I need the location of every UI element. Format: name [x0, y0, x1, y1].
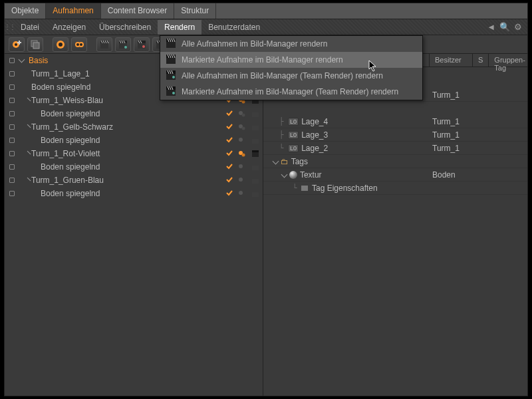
gears-icon[interactable]: [237, 162, 247, 172]
table-row[interactable]: └ Tag Eigenschaften: [263, 182, 527, 195]
expand-icon[interactable]: [281, 172, 287, 178]
table-row[interactable]: ├ L0Lage_3 Turm_1: [263, 128, 527, 142]
dd-render-marked-team[interactable]: Markierte Aufnahme im Bild-Manager (Team…: [160, 84, 422, 100]
tree-row-rot-violett[interactable]: Turm_1_Rot-Violett: [5, 147, 263, 160]
tree-label: Boden spiegelnd: [38, 189, 102, 198]
settings-icon[interactable]: ⚙: [514, 22, 522, 32]
check-icon: [225, 136, 233, 146]
tree-row-boden-5[interactable]: Boden spiegelnd: [5, 187, 263, 200]
dd-label: Alle Aufnahmen im Bild-Manager (Team Ren…: [182, 71, 383, 80]
toggle-icon[interactable]: [9, 84, 15, 90]
tab-objekte[interactable]: Objekte: [5, 3, 46, 19]
tool-overlay-icon[interactable]: [27, 37, 43, 52]
toggle-icon[interactable]: [9, 178, 15, 183]
header-s[interactable]: S: [473, 54, 489, 66]
svg-rect-44: [166, 42, 176, 48]
tree-row-gelb-schwarz[interactable]: Turm_1_Gelb-Schwarz: [5, 120, 263, 134]
svg-rect-31: [252, 126, 259, 130]
clapper-icon: [166, 86, 176, 98]
gears-icon[interactable]: [237, 189, 247, 198]
svg-point-27: [242, 114, 245, 117]
tab-aufnahmen[interactable]: Aufnahmen: [46, 3, 100, 19]
svg-point-30: [242, 127, 245, 130]
toggle-icon[interactable]: [9, 151, 15, 156]
svg-rect-41: [252, 179, 259, 184]
tool-link-icon[interactable]: [71, 37, 87, 52]
expand-icon[interactable]: [272, 158, 279, 165]
layer-icon: L0: [288, 131, 299, 139]
tool-record-icon[interactable]: [53, 37, 68, 52]
tab-content-browser[interactable]: Content Browser: [101, 3, 174, 19]
menu-ueberschreiben[interactable]: Überschreiben: [92, 20, 158, 35]
tree-row-boden-2[interactable]: Boden spiegelnd: [5, 107, 263, 120]
gears-icon[interactable]: [237, 109, 247, 118]
svg-point-35: [242, 154, 245, 157]
header-owner[interactable]: Besitzer: [430, 54, 473, 66]
gears-icon[interactable]: [237, 122, 247, 132]
table-row[interactable]: Textur Boden: [263, 168, 527, 182]
toggle-icon[interactable]: [9, 71, 15, 76]
rendern-dropdown: Alle Aufnahmen im Bild-Manager rendern M…: [160, 35, 423, 100]
cell-label: Lage_2: [301, 144, 328, 153]
toggle-icon[interactable]: [9, 58, 15, 63]
cell-label: Textur: [300, 170, 322, 180]
tool-new-take-icon[interactable]: [9, 37, 25, 52]
gears-icon[interactable]: [237, 136, 247, 145]
tree-row-gruen-blau[interactable]: Turm_1_Gruen-Blau: [5, 174, 263, 187]
gears-icon[interactable]: [237, 149, 247, 158]
clapper-icon: [166, 54, 176, 66]
nav-left-icon[interactable]: ◄: [487, 22, 495, 32]
dd-label: Markierte Aufnahme im Bild-Manager (Team…: [182, 87, 398, 96]
dd-render-all[interactable]: Alle Aufnahmen im Bild-Manager rendern: [160, 36, 422, 52]
table-row[interactable]: └ L0Lage_2 Turm_1: [263, 142, 527, 155]
owner-cell: Turm_1: [430, 90, 473, 100]
search-icon[interactable]: 🔍: [499, 22, 510, 32]
toggle-icon[interactable]: [9, 191, 15, 196]
svg-rect-5: [33, 43, 39, 49]
tree-label: Turm_1_Rot-Violett: [29, 149, 102, 158]
tree-label: Turm_1_Weiss-Blau: [29, 96, 106, 105]
clapper-mini-icon[interactable]: [251, 162, 260, 172]
toggle-icon[interactable]: [9, 111, 15, 116]
menu-benutzerdaten[interactable]: Benutzerdaten: [201, 20, 267, 35]
clapper-mini-icon[interactable]: [251, 149, 260, 158]
tab-struktur[interactable]: Struktur: [174, 3, 216, 19]
top-tabs: Objekte Aufnahmen Content Browser Strukt…: [5, 3, 527, 19]
menu-anzeigen[interactable]: Anzeigen: [46, 20, 92, 35]
table-row[interactable]: 🗀Tags: [263, 155, 527, 168]
tree-label: Basis: [26, 56, 51, 65]
dd-render-all-team[interactable]: Alle Aufnahmen im Bild-Manager (Team Ren…: [160, 68, 422, 84]
svg-point-7: [59, 43, 63, 47]
menu-rendern[interactable]: Rendern: [158, 20, 201, 35]
folder-icon: 🗀: [281, 157, 289, 166]
svg-point-16: [124, 46, 127, 49]
svg-rect-43: [252, 192, 259, 197]
tool-clapper2-icon[interactable]: [115, 37, 131, 52]
toggle-icon[interactable]: [9, 124, 15, 130]
tree-label: Turm_1_Gruen-Blau: [29, 176, 106, 185]
toggle-icon[interactable]: [9, 98, 15, 103]
svg-point-19: [142, 45, 145, 48]
menubar: Datei Anzeigen Überschreiben Rendern Ben…: [5, 19, 527, 35]
header-gruppen-tag[interactable]: Gruppen-Tag: [489, 54, 527, 66]
gears-icon[interactable]: [237, 176, 247, 185]
left-tree: Basis Turm_1_Lage_1 Boden spiegelnd Turm…: [5, 54, 263, 396]
expand-icon[interactable]: [18, 57, 25, 63]
menu-datei[interactable]: Datei: [14, 20, 46, 35]
clapper-mini-icon[interactable]: [251, 109, 260, 118]
svg-rect-46: [166, 58, 176, 64]
tool-clapper1-icon[interactable]: [96, 37, 112, 52]
clapper-mini-icon[interactable]: [251, 176, 260, 185]
toggle-icon[interactable]: [9, 138, 15, 143]
tool-clapper3-icon[interactable]: [134, 37, 150, 52]
tree-row-boden-4[interactable]: Boden spiegelnd: [5, 160, 263, 174]
toggle-icon[interactable]: [9, 164, 15, 170]
clapper-mini-icon[interactable]: [251, 189, 260, 198]
dd-render-marked[interactable]: Markierte Aufnahme im Bild-Manager rende…: [160, 52, 422, 68]
table-row[interactable]: ├ L0Lage_4 Turm_1: [263, 115, 527, 128]
check-icon: [225, 109, 233, 119]
svg-rect-39: [252, 166, 259, 170]
clapper-mini-icon[interactable]: [251, 136, 260, 145]
clapper-mini-icon[interactable]: [251, 122, 260, 132]
tree-row-boden-3[interactable]: Boden spiegelnd: [5, 134, 263, 147]
